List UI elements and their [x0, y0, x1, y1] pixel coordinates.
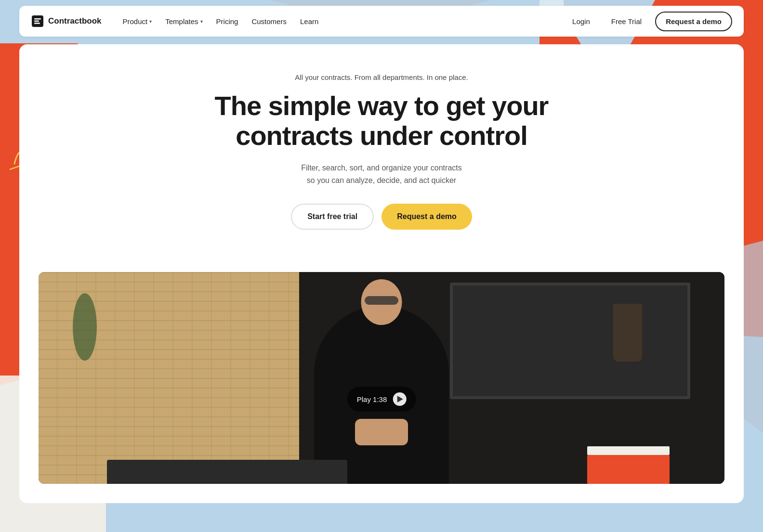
nav-item-learn[interactable]: Learn — [294, 13, 324, 29]
request-demo-button[interactable]: Request a demo — [655, 12, 732, 31]
play-label: Play 1:38 — [357, 395, 387, 403]
logo-icon — [31, 14, 44, 28]
nav-item-pricing[interactable]: Pricing — [210, 13, 244, 29]
video-play-overlay[interactable]: Play 1:38 — [347, 387, 416, 412]
nav-item-customers[interactable]: Customers — [246, 13, 292, 29]
nav-links: Product ▾ Templates ▾ Pricing Customers … — [117, 13, 325, 29]
video-container[interactable]: Play 1:38 — [39, 272, 724, 484]
nav-item-templates[interactable]: Templates ▾ — [159, 13, 208, 29]
navbar: Contractbook Product ▾ Templates ▾ Prici… — [19, 6, 744, 37]
svg-rect-14 — [34, 23, 40, 24]
glasses — [365, 296, 398, 305]
main-content: All your contracts. From all departments… — [19, 44, 744, 503]
right-hand — [374, 419, 408, 445]
brand-name: Contractbook — [48, 16, 102, 26]
laptop — [107, 460, 347, 484]
play-triangle-icon — [397, 396, 403, 402]
hero-title: The simple way to get your contracts und… — [213, 91, 550, 150]
login-button[interactable]: Login — [565, 13, 598, 29]
hero-section: All your contracts. From all departments… — [19, 44, 744, 272]
hero-subtitle: Filter, search, sort, and organize your … — [39, 162, 724, 186]
navbar-right: Login Free Trial Request a demo — [565, 12, 732, 31]
vase — [613, 304, 642, 362]
plant — [73, 293, 97, 361]
free-trial-button[interactable]: Free Trial — [604, 13, 649, 29]
chevron-down-icon: ▾ — [149, 19, 152, 24]
window-frame — [450, 283, 690, 399]
start-free-trial-button[interactable]: Start free trial — [291, 204, 374, 230]
play-icon[interactable] — [393, 392, 406, 406]
video-still: Play 1:38 — [39, 272, 724, 484]
book-cover — [587, 446, 670, 455]
book — [587, 455, 670, 484]
chevron-down-icon: ▾ — [200, 19, 203, 24]
svg-rect-13 — [34, 21, 39, 22]
navbar-left: Contractbook Product ▾ Templates ▾ Prici… — [31, 13, 324, 29]
nav-item-product[interactable]: Product ▾ — [117, 13, 158, 29]
svg-rect-12 — [34, 18, 41, 20]
logo-link[interactable]: Contractbook — [31, 14, 102, 28]
hero-buttons: Start free trial Request a demo — [39, 204, 724, 230]
hero-request-demo-button[interactable]: Request a demo — [382, 204, 472, 230]
hero-tagline: All your contracts. From all departments… — [39, 73, 724, 81]
